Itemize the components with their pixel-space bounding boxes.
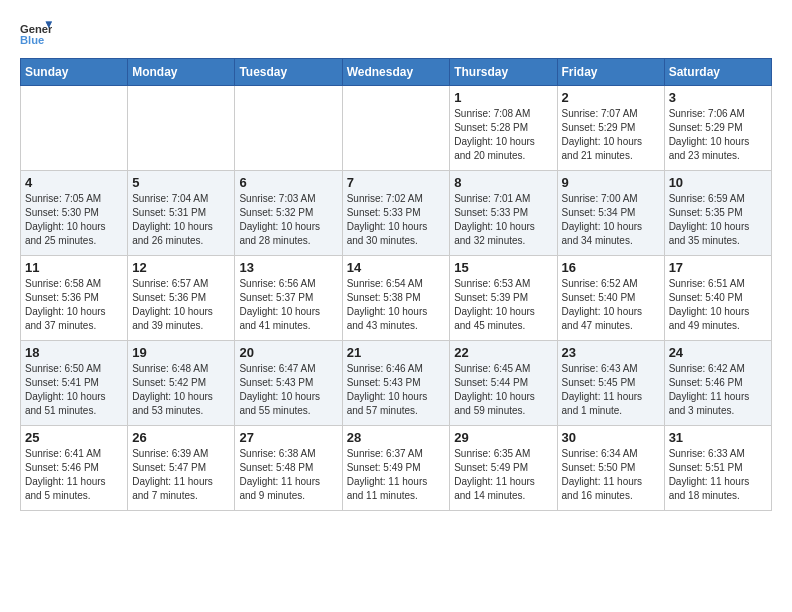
day-info: Sunrise: 6:43 AM Sunset: 5:45 PM Dayligh… [562,362,660,418]
day-info: Sunrise: 7:08 AM Sunset: 5:28 PM Dayligh… [454,107,552,163]
day-info: Sunrise: 6:33 AM Sunset: 5:51 PM Dayligh… [669,447,767,503]
day-info: Sunrise: 7:03 AM Sunset: 5:32 PM Dayligh… [239,192,337,248]
calendar-cell: 12Sunrise: 6:57 AM Sunset: 5:36 PM Dayli… [128,256,235,341]
calendar-week-row: 25Sunrise: 6:41 AM Sunset: 5:46 PM Dayli… [21,426,772,511]
calendar-week-row: 4Sunrise: 7:05 AM Sunset: 5:30 PM Daylig… [21,171,772,256]
day-number: 19 [132,345,230,360]
calendar-cell: 19Sunrise: 6:48 AM Sunset: 5:42 PM Dayli… [128,341,235,426]
weekday-header-monday: Monday [128,59,235,86]
day-info: Sunrise: 7:02 AM Sunset: 5:33 PM Dayligh… [347,192,446,248]
day-info: Sunrise: 7:01 AM Sunset: 5:33 PM Dayligh… [454,192,552,248]
day-number: 28 [347,430,446,445]
calendar-cell: 20Sunrise: 6:47 AM Sunset: 5:43 PM Dayli… [235,341,342,426]
calendar-cell [342,86,450,171]
calendar-cell: 27Sunrise: 6:38 AM Sunset: 5:48 PM Dayli… [235,426,342,511]
calendar-cell [21,86,128,171]
calendar-header-row: SundayMondayTuesdayWednesdayThursdayFrid… [21,59,772,86]
weekday-header-saturday: Saturday [664,59,771,86]
day-number: 6 [239,175,337,190]
calendar-cell: 25Sunrise: 6:41 AM Sunset: 5:46 PM Dayli… [21,426,128,511]
day-number: 5 [132,175,230,190]
calendar-cell: 10Sunrise: 6:59 AM Sunset: 5:35 PM Dayli… [664,171,771,256]
day-number: 10 [669,175,767,190]
day-number: 17 [669,260,767,275]
calendar-week-row: 18Sunrise: 6:50 AM Sunset: 5:41 PM Dayli… [21,341,772,426]
weekday-header-thursday: Thursday [450,59,557,86]
day-number: 2 [562,90,660,105]
day-info: Sunrise: 6:38 AM Sunset: 5:48 PM Dayligh… [239,447,337,503]
day-number: 23 [562,345,660,360]
day-number: 18 [25,345,123,360]
calendar-cell: 21Sunrise: 6:46 AM Sunset: 5:43 PM Dayli… [342,341,450,426]
day-info: Sunrise: 6:46 AM Sunset: 5:43 PM Dayligh… [347,362,446,418]
day-info: Sunrise: 6:58 AM Sunset: 5:36 PM Dayligh… [25,277,123,333]
day-info: Sunrise: 6:39 AM Sunset: 5:47 PM Dayligh… [132,447,230,503]
calendar-cell: 1Sunrise: 7:08 AM Sunset: 5:28 PM Daylig… [450,86,557,171]
weekday-header-sunday: Sunday [21,59,128,86]
day-info: Sunrise: 6:42 AM Sunset: 5:46 PM Dayligh… [669,362,767,418]
weekday-header-friday: Friday [557,59,664,86]
calendar-cell: 5Sunrise: 7:04 AM Sunset: 5:31 PM Daylig… [128,171,235,256]
day-info: Sunrise: 6:53 AM Sunset: 5:39 PM Dayligh… [454,277,552,333]
calendar-cell: 28Sunrise: 6:37 AM Sunset: 5:49 PM Dayli… [342,426,450,511]
day-number: 24 [669,345,767,360]
day-info: Sunrise: 6:41 AM Sunset: 5:46 PM Dayligh… [25,447,123,503]
day-number: 16 [562,260,660,275]
day-info: Sunrise: 7:04 AM Sunset: 5:31 PM Dayligh… [132,192,230,248]
day-info: Sunrise: 7:06 AM Sunset: 5:29 PM Dayligh… [669,107,767,163]
day-number: 13 [239,260,337,275]
day-info: Sunrise: 7:07 AM Sunset: 5:29 PM Dayligh… [562,107,660,163]
calendar-cell: 30Sunrise: 6:34 AM Sunset: 5:50 PM Dayli… [557,426,664,511]
day-info: Sunrise: 6:54 AM Sunset: 5:38 PM Dayligh… [347,277,446,333]
logo: General Blue [20,20,56,48]
day-number: 1 [454,90,552,105]
calendar-cell: 9Sunrise: 7:00 AM Sunset: 5:34 PM Daylig… [557,171,664,256]
calendar-table: SundayMondayTuesdayWednesdayThursdayFrid… [20,58,772,511]
day-number: 12 [132,260,230,275]
calendar-week-row: 1Sunrise: 7:08 AM Sunset: 5:28 PM Daylig… [21,86,772,171]
day-number: 21 [347,345,446,360]
calendar-cell: 8Sunrise: 7:01 AM Sunset: 5:33 PM Daylig… [450,171,557,256]
calendar-cell: 11Sunrise: 6:58 AM Sunset: 5:36 PM Dayli… [21,256,128,341]
calendar-cell: 4Sunrise: 7:05 AM Sunset: 5:30 PM Daylig… [21,171,128,256]
day-number: 3 [669,90,767,105]
calendar-cell: 3Sunrise: 7:06 AM Sunset: 5:29 PM Daylig… [664,86,771,171]
day-number: 7 [347,175,446,190]
day-number: 26 [132,430,230,445]
day-info: Sunrise: 6:48 AM Sunset: 5:42 PM Dayligh… [132,362,230,418]
day-info: Sunrise: 6:37 AM Sunset: 5:49 PM Dayligh… [347,447,446,503]
day-number: 27 [239,430,337,445]
calendar-cell: 17Sunrise: 6:51 AM Sunset: 5:40 PM Dayli… [664,256,771,341]
calendar-cell: 7Sunrise: 7:02 AM Sunset: 5:33 PM Daylig… [342,171,450,256]
page-header: General Blue [20,20,772,48]
calendar-cell: 2Sunrise: 7:07 AM Sunset: 5:29 PM Daylig… [557,86,664,171]
day-info: Sunrise: 6:59 AM Sunset: 5:35 PM Dayligh… [669,192,767,248]
calendar-cell: 24Sunrise: 6:42 AM Sunset: 5:46 PM Dayli… [664,341,771,426]
day-info: Sunrise: 7:00 AM Sunset: 5:34 PM Dayligh… [562,192,660,248]
logo-icon: General Blue [20,20,52,48]
calendar-cell: 29Sunrise: 6:35 AM Sunset: 5:49 PM Dayli… [450,426,557,511]
calendar-cell: 23Sunrise: 6:43 AM Sunset: 5:45 PM Dayli… [557,341,664,426]
day-info: Sunrise: 6:52 AM Sunset: 5:40 PM Dayligh… [562,277,660,333]
day-number: 22 [454,345,552,360]
day-info: Sunrise: 6:50 AM Sunset: 5:41 PM Dayligh… [25,362,123,418]
day-number: 8 [454,175,552,190]
calendar-week-row: 11Sunrise: 6:58 AM Sunset: 5:36 PM Dayli… [21,256,772,341]
day-info: Sunrise: 6:45 AM Sunset: 5:44 PM Dayligh… [454,362,552,418]
day-number: 29 [454,430,552,445]
day-info: Sunrise: 6:56 AM Sunset: 5:37 PM Dayligh… [239,277,337,333]
calendar-cell: 31Sunrise: 6:33 AM Sunset: 5:51 PM Dayli… [664,426,771,511]
day-info: Sunrise: 6:51 AM Sunset: 5:40 PM Dayligh… [669,277,767,333]
day-number: 30 [562,430,660,445]
calendar-cell: 13Sunrise: 6:56 AM Sunset: 5:37 PM Dayli… [235,256,342,341]
day-number: 4 [25,175,123,190]
day-number: 14 [347,260,446,275]
calendar-cell: 18Sunrise: 6:50 AM Sunset: 5:41 PM Dayli… [21,341,128,426]
calendar-cell: 14Sunrise: 6:54 AM Sunset: 5:38 PM Dayli… [342,256,450,341]
calendar-cell: 16Sunrise: 6:52 AM Sunset: 5:40 PM Dayli… [557,256,664,341]
day-number: 9 [562,175,660,190]
day-number: 11 [25,260,123,275]
calendar-cell [128,86,235,171]
calendar-cell: 6Sunrise: 7:03 AM Sunset: 5:32 PM Daylig… [235,171,342,256]
calendar-cell [235,86,342,171]
